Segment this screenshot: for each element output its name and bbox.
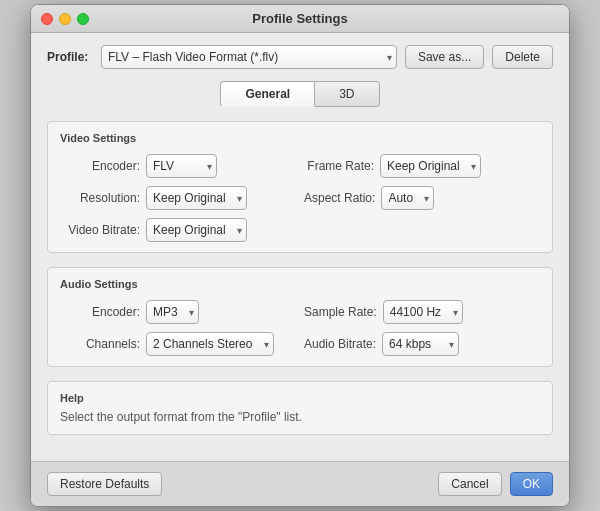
aspect-ratio-field: Aspect Ratio: Auto 4:3 16:9 <box>304 186 540 210</box>
save-as-button[interactable]: Save as... <box>405 45 484 69</box>
sample-rate-select[interactable]: 44100 Hz 22050 Hz 48000 Hz <box>383 300 463 324</box>
profile-settings-window: Profile Settings Profile: FLV – Flash Vi… <box>30 4 570 507</box>
video-bitrate-select-wrapper: Keep Original 128 kbps 256 kbps 512 kbps <box>146 218 247 242</box>
cancel-button[interactable]: Cancel <box>438 472 501 496</box>
video-settings-fields: Encoder: FLV H.264 MPEG4 Frame Rate: <box>60 154 540 242</box>
bottom-right-buttons: Cancel OK <box>438 472 553 496</box>
audio-bitrate-select-wrapper: 64 kbps 128 kbps 192 kbps 256 kbps <box>382 332 459 356</box>
resolution-field: Resolution: Keep Original 320x240 640x48… <box>60 186 296 210</box>
audio-bitrate-field: Audio Bitrate: 64 kbps 128 kbps 192 kbps… <box>304 332 540 356</box>
sample-rate-label: Sample Rate: <box>304 305 377 319</box>
frame-rate-select-wrapper: Keep Original 23.976 25 29.97 30 <box>380 154 481 178</box>
sample-rate-select-wrapper: 44100 Hz 22050 Hz 48000 Hz <box>383 300 463 324</box>
help-text: Select the output format from the "Profi… <box>60 410 540 424</box>
video-bitrate-label: Video Bitrate: <box>60 223 140 237</box>
resolution-label: Resolution: <box>60 191 140 205</box>
tab-3d[interactable]: 3D <box>315 81 379 107</box>
title-bar: Profile Settings <box>31 5 569 33</box>
aspect-ratio-label: Aspect Ratio: <box>304 191 375 205</box>
profile-row: Profile: FLV – Flash Video Format (*.flv… <box>47 45 553 69</box>
video-settings-section: Video Settings Encoder: FLV H.264 MPEG4 <box>47 121 553 253</box>
channels-select-wrapper: 2 Channels Stereo 1 Channel Mono <box>146 332 274 356</box>
aspect-ratio-select-wrapper: Auto 4:3 16:9 <box>381 186 434 210</box>
audio-bitrate-select[interactable]: 64 kbps 128 kbps 192 kbps 256 kbps <box>382 332 459 356</box>
audio-encoder-label: Encoder: <box>60 305 140 319</box>
tabs-row: General 3D <box>47 81 553 107</box>
channels-select[interactable]: 2 Channels Stereo 1 Channel Mono <box>146 332 274 356</box>
profile-select-wrapper: FLV – Flash Video Format (*.flv) <box>101 45 397 69</box>
ok-button[interactable]: OK <box>510 472 553 496</box>
minimize-button[interactable] <box>59 13 71 25</box>
help-title: Help <box>60 392 540 404</box>
help-section: Help Select the output format from the "… <box>47 381 553 435</box>
frame-rate-select[interactable]: Keep Original 23.976 25 29.97 30 <box>380 154 481 178</box>
delete-button[interactable]: Delete <box>492 45 553 69</box>
frame-rate-field: Frame Rate: Keep Original 23.976 25 29.9… <box>304 154 540 178</box>
audio-settings-section: Audio Settings Encoder: MP3 AAC AC3 <box>47 267 553 367</box>
bottom-bar: Restore Defaults Cancel OK <box>31 461 569 506</box>
audio-encoder-select[interactable]: MP3 AAC AC3 <box>146 300 199 324</box>
audio-encoder-field: Encoder: MP3 AAC AC3 <box>60 300 296 324</box>
channels-label: Channels: <box>60 337 140 351</box>
channels-field: Channels: 2 Channels Stereo 1 Channel Mo… <box>60 332 296 356</box>
resolution-select-wrapper: Keep Original 320x240 640x480 1280x720 <box>146 186 247 210</box>
aspect-ratio-select[interactable]: Auto 4:3 16:9 <box>381 186 434 210</box>
resolution-select[interactable]: Keep Original 320x240 640x480 1280x720 <box>146 186 247 210</box>
window-content: Profile: FLV – Flash Video Format (*.flv… <box>31 33 569 461</box>
audio-settings-fields: Encoder: MP3 AAC AC3 Sample Rate: <box>60 300 540 356</box>
close-button[interactable] <box>41 13 53 25</box>
video-bitrate-right-empty <box>304 218 540 242</box>
profile-select[interactable]: FLV – Flash Video Format (*.flv) <box>101 45 397 69</box>
video-bitrate-select[interactable]: Keep Original 128 kbps 256 kbps 512 kbps <box>146 218 247 242</box>
encoder-field: Encoder: FLV H.264 MPEG4 <box>60 154 296 178</box>
video-bitrate-field: Video Bitrate: Keep Original 128 kbps 25… <box>60 218 296 242</box>
video-encoder-select[interactable]: FLV H.264 MPEG4 <box>146 154 217 178</box>
tab-general[interactable]: General <box>220 81 315 107</box>
audio-settings-title: Audio Settings <box>60 278 540 290</box>
window-controls <box>41 13 89 25</box>
restore-defaults-button[interactable]: Restore Defaults <box>47 472 162 496</box>
audio-encoder-select-wrapper: MP3 AAC AC3 <box>146 300 199 324</box>
audio-bitrate-label: Audio Bitrate: <box>304 337 376 351</box>
maximize-button[interactable] <box>77 13 89 25</box>
frame-rate-label: Frame Rate: <box>304 159 374 173</box>
sample-rate-field: Sample Rate: 44100 Hz 22050 Hz 48000 Hz <box>304 300 540 324</box>
encoder-select-wrapper: FLV H.264 MPEG4 <box>146 154 217 178</box>
encoder-label: Encoder: <box>60 159 140 173</box>
video-settings-title: Video Settings <box>60 132 540 144</box>
profile-label: Profile: <box>47 50 93 64</box>
window-title: Profile Settings <box>252 11 347 26</box>
